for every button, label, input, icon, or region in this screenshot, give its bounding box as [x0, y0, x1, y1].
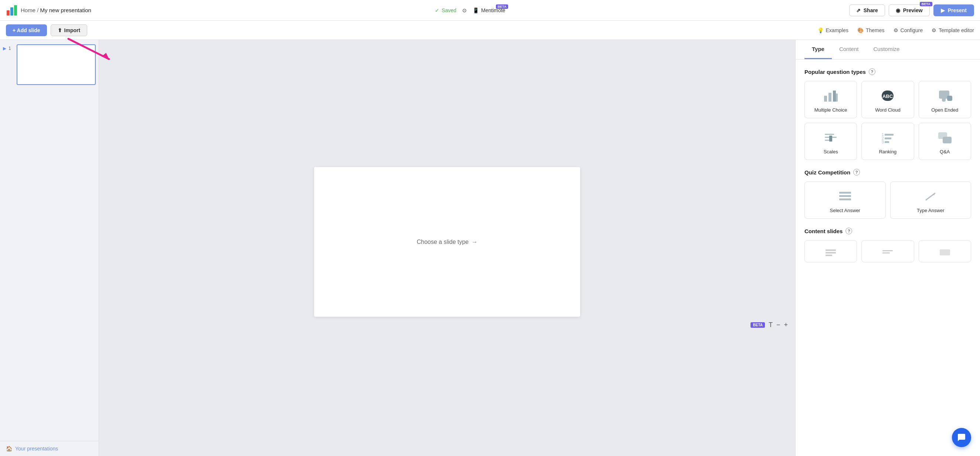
svg-rect-35: [883, 253, 890, 254]
type-card-label: Open Ended: [931, 107, 958, 113]
svg-rect-8: [836, 94, 838, 102]
type-card-type-answer[interactable]: Type Answer: [890, 181, 972, 219]
nav-center: ✓ Saved ⊙ 📱 Mentimote BETA: [435, 7, 505, 13]
quiz-section-title-text: Quiz Competition: [805, 169, 850, 176]
svg-rect-31: [826, 249, 836, 251]
arrow-right-icon: →: [471, 239, 477, 245]
template-editor-button[interactable]: ⚙ Template editor: [932, 27, 974, 33]
canvas-bottom-bar: BETA T − +: [751, 321, 788, 329]
type-card-content-1[interactable]: [805, 240, 857, 262]
themes-button[interactable]: 🎨 Themes: [858, 27, 885, 33]
tab-content[interactable]: Content: [832, 40, 866, 59]
popular-help-icon[interactable]: ?: [869, 68, 875, 75]
slide-number: 1: [8, 44, 14, 51]
center-canvas: Choose a slide type → BETA T − +: [99, 40, 795, 456]
type-card-label: Ranking: [879, 149, 897, 154]
your-presentations-button[interactable]: 🏠 Your presentations: [6, 446, 58, 451]
slide-canvas[interactable]: Choose a slide type →: [314, 167, 580, 317]
template-icon: ⚙: [932, 27, 936, 33]
share-icon: ⇗: [856, 7, 861, 13]
template-editor-label: Template editor: [939, 27, 974, 33]
toolbar-right: 💡 Examples 🎨 Themes ⚙ Configure ⚙ Templa…: [818, 27, 974, 33]
examples-button[interactable]: 💡 Examples: [818, 27, 848, 33]
gear-icon: ⚙: [894, 27, 898, 33]
zoom-out-button[interactable]: −: [776, 321, 780, 329]
svg-rect-17: [829, 136, 832, 141]
preview-beta-badge: BETA: [920, 2, 932, 6]
add-slide-label: + Add slide: [13, 27, 40, 33]
home-link[interactable]: Home: [21, 7, 35, 13]
preview-label: Preview: [903, 7, 923, 13]
chat-fab-button[interactable]: [952, 428, 971, 447]
svg-rect-1: [10, 7, 13, 16]
svg-rect-26: [839, 192, 851, 194]
examples-label: Examples: [826, 27, 848, 33]
themes-label: Themes: [866, 27, 885, 33]
popular-section-title: Popular question types ?: [805, 68, 971, 75]
type-card-ranking[interactable]: 1 2 3 Ranking: [861, 123, 914, 160]
add-slide-button[interactable]: + Add slide: [6, 24, 47, 36]
right-panel: Type Content Customize Popular question …: [795, 40, 980, 456]
help-button[interactable]: ⊙: [462, 7, 467, 13]
type-card-open-ended[interactable]: Open Ended: [919, 81, 971, 118]
svg-rect-36: [940, 249, 950, 255]
toolbar: + Add slide ⬆ Import 💡 Examples 🎨 Themes…: [0, 21, 980, 40]
ranking-icon: 1 2 3: [879, 130, 896, 145]
type-answer-icon: [922, 189, 939, 204]
type-card-qna[interactable]: Q&A: [919, 123, 971, 160]
content-section-title-text: Content slides: [805, 228, 843, 234]
breadcrumb: Home / My new presentation: [21, 7, 91, 13]
content-section-title: Content slides ?: [805, 228, 971, 234]
mentimote-button[interactable]: 📱 Mentimote BETA: [473, 7, 505, 13]
svg-rect-23: [885, 141, 889, 143]
presentation-name[interactable]: My new presentation: [40, 7, 91, 13]
slide-thumbnail[interactable]: [17, 44, 96, 85]
text-tool-button[interactable]: T: [768, 321, 773, 329]
select-answer-icon: [836, 189, 854, 204]
nav-left: Home / My new presentation: [6, 5, 91, 16]
svg-rect-28: [839, 199, 851, 200]
type-card-multiple-choice[interactable]: Multiple Choice: [805, 81, 857, 118]
type-card-scales[interactable]: Scales: [805, 123, 857, 160]
svg-rect-34: [883, 250, 893, 251]
svg-rect-13: [942, 97, 946, 102]
present-button[interactable]: ▶ Present: [934, 5, 974, 16]
preview-button[interactable]: ◉ Preview BETA: [889, 5, 930, 16]
type-card-content-2[interactable]: [861, 240, 914, 262]
eye-icon: ◉: [896, 7, 900, 13]
quiz-help-icon[interactable]: ?: [853, 169, 860, 176]
scales-icon: [822, 130, 840, 145]
content-types-grid: [805, 240, 971, 262]
type-card-word-cloud[interactable]: ABC Word Cloud: [861, 81, 914, 118]
svg-rect-25: [943, 137, 951, 143]
type-card-label: Scales: [824, 149, 838, 154]
toolbar-left: + Add slide ⬆ Import: [6, 24, 87, 36]
configure-button[interactable]: ⚙ Configure: [894, 27, 923, 33]
import-button[interactable]: ⬆ Import: [51, 24, 88, 36]
type-card-select-answer[interactable]: Select Answer: [805, 181, 886, 219]
svg-rect-6: [829, 93, 832, 102]
popular-types-grid: Multiple Choice ABC Word Cloud: [805, 81, 971, 160]
share-button[interactable]: ⇗ Share: [849, 5, 885, 16]
share-label: Share: [864, 7, 878, 13]
type-card-label: Q&A: [940, 149, 950, 154]
sidebar-bottom: 🏠 Your presentations: [0, 441, 99, 456]
svg-rect-5: [824, 96, 827, 102]
svg-rect-32: [826, 252, 836, 254]
svg-rect-19: [885, 134, 894, 136]
quiz-types-grid: Select Answer Type Answer: [805, 181, 971, 219]
app-logo: [6, 5, 18, 16]
mentimote-icon: 📱: [473, 7, 479, 13]
saved-status: ✓ Saved: [435, 7, 457, 13]
type-card-content-3[interactable]: [919, 240, 971, 262]
breadcrumb-separator: /: [37, 7, 40, 13]
svg-text:3: 3: [882, 140, 884, 144]
content-help-icon[interactable]: ?: [845, 228, 852, 234]
tab-customize[interactable]: Customize: [866, 40, 907, 59]
svg-rect-27: [839, 195, 851, 197]
zoom-in-button[interactable]: +: [784, 321, 788, 329]
svg-rect-7: [833, 91, 836, 102]
svg-rect-21: [885, 137, 891, 139]
tab-type[interactable]: Type: [805, 40, 832, 59]
svg-rect-33: [826, 254, 832, 256]
